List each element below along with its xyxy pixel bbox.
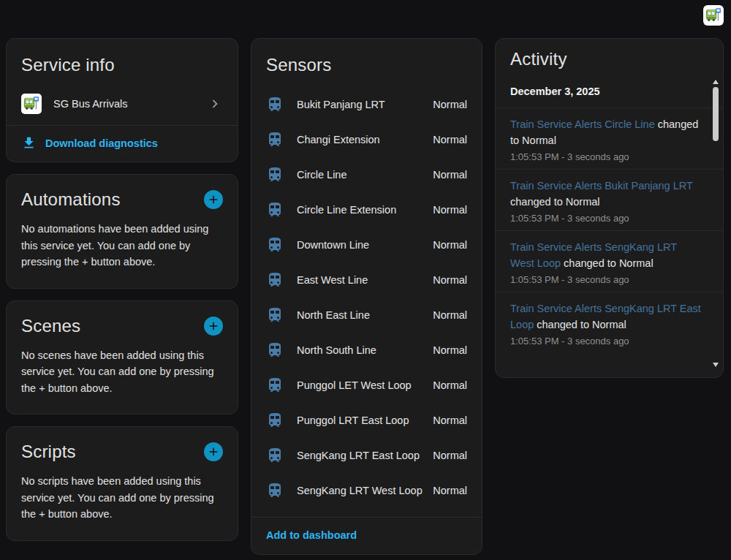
automations-card: Automations No automations have been add…: [6, 174, 238, 289]
scrollbar-thumb[interactable]: [713, 87, 719, 141]
sensor-state: Normal: [433, 485, 467, 496]
log-entity-link[interactable]: Train Service Alerts Bukit Panjang LRT: [510, 180, 693, 192]
train-icon: [266, 96, 284, 113]
log-entry: Train Service Alerts SengKang LRT West L…: [496, 230, 723, 292]
sensor-row[interactable]: Bukit Panjang LRT Normal: [251, 87, 482, 122]
activity-log-list: December 3, 2025 Train Service Alerts Ci…: [496, 81, 723, 372]
sensors-card: Sensors Bukit Panjang LRT Normal Changi …: [251, 38, 482, 555]
activity-title: Activity: [496, 49, 723, 69]
middle-column: Sensors Bukit Panjang LRT Normal Changi …: [251, 38, 482, 560]
train-icon: [266, 166, 284, 183]
sensor-name: Circle Line Extension: [297, 204, 433, 216]
log-entity-link[interactable]: Train Service Alerts Circle Line: [510, 118, 655, 130]
integration-name: SG Bus Arrivals: [53, 98, 207, 110]
scripts-empty-text: No scripts have been added using this se…: [21, 473, 223, 523]
train-icon: [266, 306, 284, 324]
plus-icon: [207, 319, 220, 333]
sensor-name: North East Line: [297, 309, 433, 321]
activity-scrollbar[interactable]: [712, 80, 719, 367]
train-icon: [266, 482, 284, 499]
sensor-row[interactable]: North South Line Normal: [251, 333, 482, 368]
sensor-state: Normal: [433, 239, 467, 251]
left-column: Service info SG Bus Arrivals Download di…: [6, 38, 238, 553]
add-scene-button[interactable]: [204, 317, 223, 336]
log-action: changed to Normal: [537, 319, 626, 330]
sensor-name: SengKang LRT West Loop: [297, 485, 433, 496]
train-icon: [266, 447, 284, 464]
sensor-name: Changi Extension: [297, 134, 433, 145]
integration-row[interactable]: SG Bus Arrivals: [7, 83, 238, 125]
sensor-name: Punggol LRT East Loop: [297, 415, 433, 426]
scenes-card: Scenes No scenes have been added using t…: [6, 300, 238, 415]
train-icon: [266, 201, 284, 219]
sensor-state: Normal: [433, 309, 467, 321]
download-diagnostics-label: Download diagnostics: [45, 137, 158, 149]
sensor-state: Normal: [433, 99, 467, 110]
sensor-row[interactable]: Punggol LRT East Loop Normal: [251, 403, 482, 438]
log-entry: Train Service Alerts Circle Line changed…: [496, 107, 723, 169]
sensor-name: Downtown Line: [297, 239, 433, 251]
train-icon: [266, 271, 284, 289]
log-entry: Train Service Alerts SengKang LRT East L…: [496, 292, 723, 353]
automations-title: Automations: [21, 189, 121, 210]
sensor-name: Punggol LET West Loop: [297, 379, 433, 391]
scenes-empty-text: No scenes have been added using this ser…: [21, 347, 223, 397]
sensor-state: Normal: [433, 274, 467, 286]
add-automation-button[interactable]: [204, 190, 223, 209]
sensor-row[interactable]: East West Line Normal: [251, 262, 482, 298]
scripts-title: Scripts: [21, 442, 76, 462]
right-column: Activity December 3, 2025 Train Service …: [495, 38, 724, 378]
scrollbar-down-arrow-icon[interactable]: [713, 363, 719, 367]
add-to-dashboard-link[interactable]: Add to dashboard: [266, 529, 357, 541]
sensor-name: North South Line: [297, 344, 433, 356]
bus-stop-emoji-icon: [705, 7, 722, 24]
sensor-state: Normal: [433, 204, 467, 216]
sensor-state: Normal: [433, 415, 467, 426]
log-timestamp: 1:05:53 PM - 3 seconds ago: [510, 213, 701, 224]
sensor-name: East West Line: [297, 274, 433, 286]
sensors-title: Sensors: [251, 55, 482, 75]
app-logo[interactable]: [703, 5, 724, 26]
sensor-row[interactable]: North East Line Normal: [251, 298, 482, 333]
integration-logo: [21, 94, 42, 114]
bus-stop-emoji-icon: [23, 95, 40, 113]
sensor-row[interactable]: Downtown Line Normal: [251, 227, 482, 262]
sensor-state: Normal: [433, 169, 467, 181]
service-info-card: Service info SG Bus Arrivals Download di…: [6, 38, 238, 162]
automations-empty-text: No automations have been added using thi…: [21, 221, 223, 270]
train-icon: [266, 412, 284, 429]
sensors-footer: Add to dashboard: [251, 517, 482, 554]
chevron-right-icon: [207, 96, 223, 112]
train-icon: [266, 341, 284, 359]
log-action: changed to Normal: [510, 196, 600, 208]
log-timestamp: 1:05:53 PM - 3 seconds ago: [510, 336, 701, 347]
activity-card: Activity December 3, 2025 Train Service …: [495, 38, 724, 378]
sensor-row[interactable]: Changi Extension Normal: [251, 122, 482, 157]
add-script-button[interactable]: [204, 442, 223, 461]
scenes-title: Scenes: [21, 316, 80, 336]
sensor-state: Normal: [433, 134, 467, 145]
sensor-state: Normal: [433, 379, 467, 391]
sensor-name: Bukit Panjang LRT: [297, 99, 433, 110]
sensor-name: Circle Line: [297, 169, 433, 181]
train-icon: [266, 236, 284, 254]
log-timestamp: 1:05:53 PM - 3 seconds ago: [510, 274, 701, 285]
sensor-name: SengKang LRT East Loop: [297, 450, 433, 461]
download-diagnostics-button[interactable]: Download diagnostics: [7, 126, 238, 162]
sensor-state: Normal: [433, 344, 467, 356]
train-icon: [266, 377, 284, 394]
sensor-row[interactable]: Circle Line Extension Normal: [251, 192, 482, 227]
scripts-card: Scripts No scripts have been added using…: [6, 426, 238, 541]
sensor-row[interactable]: SengKang LRT East Loop Normal: [251, 438, 482, 473]
sensor-state: Normal: [433, 450, 467, 461]
plus-icon: [207, 445, 220, 458]
plus-icon: [207, 193, 220, 206]
log-action: changed to Normal: [564, 257, 654, 269]
sensor-row[interactable]: Punggol LET West Loop Normal: [251, 368, 482, 403]
log-entry: Train Service Alerts Bukit Panjang LRT c…: [496, 169, 723, 230]
sensor-row[interactable]: SengKang LRT West Loop Normal: [251, 473, 482, 508]
scrollbar-up-arrow-icon[interactable]: [713, 80, 719, 84]
train-icon: [266, 131, 284, 148]
log-date-header: December 3, 2025: [496, 81, 723, 107]
sensor-row[interactable]: Circle Line Normal: [251, 157, 482, 192]
